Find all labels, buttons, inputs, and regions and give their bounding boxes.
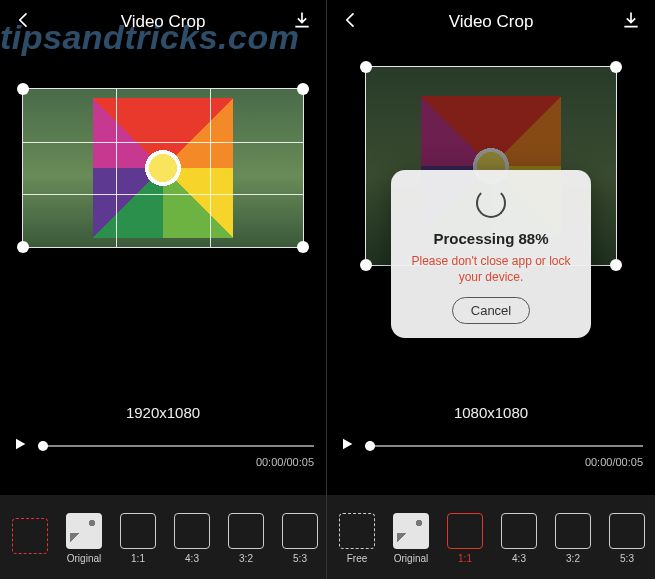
cancel-button[interactable]: Cancel (452, 297, 530, 324)
aspect-label: Original (394, 553, 428, 564)
modal-subtitle: Please don't close app or lock your devi… (405, 253, 577, 285)
crop-handle-tl[interactable] (360, 61, 372, 73)
crop-canvas[interactable] (0, 60, 326, 360)
aspect-label: 4:3 (512, 553, 526, 564)
crop-handle-tl[interactable] (17, 83, 29, 95)
timecode: 00:00/00:05 (256, 456, 314, 468)
screenshot-pair: Video Crop 1920x1080 00:00/00:05 (0, 0, 655, 579)
export-icon[interactable] (292, 10, 312, 34)
aspect-option-1to1[interactable]: 1:1 (114, 513, 162, 564)
aspect-label: 4:3 (185, 553, 199, 564)
crop-handle-br[interactable] (297, 241, 309, 253)
aspect-box-icon (501, 513, 537, 549)
output-dimensions: 1920x1080 (0, 404, 326, 421)
aspect-option-5to3[interactable]: 5:3 (603, 513, 651, 564)
aspect-option-free[interactable] (6, 518, 54, 558)
scrubber-knob[interactable] (38, 441, 48, 451)
page-title: Video Crop (121, 12, 206, 32)
back-icon[interactable] (14, 10, 34, 34)
crop-handle-tr[interactable] (610, 61, 622, 73)
aspect-label: 1:1 (131, 553, 145, 564)
aspect-label: Original (67, 553, 101, 564)
screen-right: Video Crop Processing 88% Please don't c… (327, 0, 655, 579)
spinner-icon (476, 188, 506, 218)
aspect-box-icon (609, 513, 645, 549)
aspect-box-icon (393, 513, 429, 549)
timeline (12, 436, 314, 456)
aspect-box-icon (282, 513, 318, 549)
back-icon[interactable] (341, 10, 361, 34)
aspect-toolbar: FreeOriginal1:14:33:25:3 (327, 495, 655, 579)
aspect-box-icon (174, 513, 210, 549)
aspect-label: 3:2 (239, 553, 253, 564)
aspect-box-icon (120, 513, 156, 549)
play-button[interactable] (12, 436, 28, 456)
aspect-option-1to1[interactable]: 1:1 (441, 513, 489, 564)
aspect-option-4to3[interactable]: 4:3 (495, 513, 543, 564)
topbar: Video Crop (327, 0, 655, 44)
aspect-box-icon (12, 518, 48, 554)
aspect-toolbar: Original1:14:33:25:3 (0, 495, 326, 579)
scrubber-knob[interactable] (365, 441, 375, 451)
crop-handle-bl[interactable] (17, 241, 29, 253)
aspect-box-icon (339, 513, 375, 549)
video-frame (23, 89, 303, 247)
aspect-option-original[interactable]: Original (60, 513, 108, 564)
aspect-label: 5:3 (293, 553, 307, 564)
aspect-option-4to3[interactable]: 4:3 (168, 513, 216, 564)
output-dimensions: 1080x1080 (327, 404, 655, 421)
page-title: Video Crop (449, 12, 534, 32)
aspect-option-original[interactable]: Original (387, 513, 435, 564)
topbar: Video Crop (0, 0, 326, 44)
scrubber-track[interactable] (365, 445, 643, 447)
modal-title: Processing 88% (405, 230, 577, 247)
aspect-label: 5:3 (620, 553, 634, 564)
timecode: 00:00/00:05 (585, 456, 643, 468)
aspect-option-3to2[interactable]: 3:2 (222, 513, 270, 564)
processing-modal: Processing 88% Please don't close app or… (391, 170, 591, 338)
aspect-box-icon (555, 513, 591, 549)
aspect-option-3to2[interactable]: 3:2 (549, 513, 597, 564)
aspect-box-icon (66, 513, 102, 549)
aspect-label: 1:1 (458, 553, 472, 564)
aspect-box-icon (228, 513, 264, 549)
crop-handle-br[interactable] (610, 259, 622, 271)
play-button[interactable] (339, 436, 355, 456)
aspect-label: Free (347, 553, 368, 564)
crop-handle-tr[interactable] (297, 83, 309, 95)
aspect-option-5to3[interactable]: 5:3 (276, 513, 324, 564)
scrubber-track[interactable] (38, 445, 314, 447)
aspect-label: 3:2 (566, 553, 580, 564)
crop-box[interactable] (22, 88, 304, 248)
timeline (339, 436, 643, 456)
export-icon[interactable] (621, 10, 641, 34)
screen-left: Video Crop 1920x1080 00:00/00:05 (0, 0, 327, 579)
aspect-option-free[interactable]: Free (333, 513, 381, 564)
aspect-box-icon (447, 513, 483, 549)
crop-handle-bl[interactable] (360, 259, 372, 271)
